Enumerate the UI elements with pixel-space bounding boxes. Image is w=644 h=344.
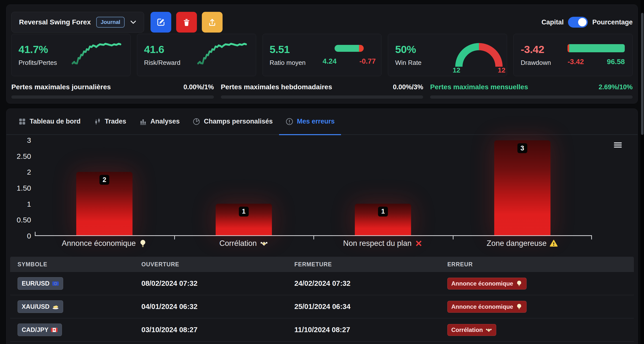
tab-tableau-de-bord[interactable]: Tableau de bord: [12, 109, 87, 135]
header-row: Reversal Swing Forex Journal: [11, 11, 633, 33]
ratio-loss-segment: [359, 45, 364, 52]
bar-correlation[interactable]: 1: [216, 204, 272, 235]
ratio-loss-value: -0.77: [359, 57, 376, 65]
journal-title: Reversal Swing Forex: [19, 18, 91, 26]
edit-journal-button[interactable]: [150, 12, 171, 32]
daily-loss-limit: Pertes maximales journalières 0.00%/1%: [11, 83, 214, 99]
risk-reward-sparkline: [197, 40, 248, 70]
drawdown-remaining-segment: [569, 44, 625, 52]
ratio-win-value: 4.24: [323, 57, 336, 65]
error-badge: Corrélation: [447, 324, 496, 336]
edit-icon: [156, 17, 166, 27]
category-annonce-economique: Annonce économique: [35, 239, 174, 248]
chevron-down-icon: [130, 20, 136, 24]
grid-icon: [18, 118, 26, 125]
ratio-win-segment: [334, 45, 359, 52]
error-badge: Annonce économique: [447, 278, 526, 290]
win-rate-gauge: 12 12: [448, 38, 507, 72]
export-journal-button[interactable]: [202, 12, 222, 32]
risk-reward-value: 41.6: [144, 43, 197, 55]
chart-y-axis: 3 2.50 2 1.50 1 0.50 0: [11, 140, 31, 236]
canada-flag-emoji: [51, 327, 58, 334]
chart-x-axis: Annonce économique Corrélation Non respe…: [35, 239, 592, 248]
warning-emoji: [550, 239, 558, 248]
loss-limits-row: Pertes maximales journalières 0.00%/1% P…: [11, 83, 633, 99]
kpi-card-profits: 41.7% Profits/Pertes: [11, 34, 130, 76]
ratio-split-bar: [334, 45, 364, 52]
drawdown-value: -3.42: [521, 43, 568, 55]
table-row[interactable]: CAD/JPY 03/10/2024 08:27 11/10/2024 08:2…: [10, 318, 634, 342]
chart-menu-icon[interactable]: [614, 141, 622, 149]
switch-knob: [578, 18, 586, 26]
weekly-loss-value: 0.00%/3%: [393, 83, 423, 91]
kpi-card-drawdown: -3.42 Drawdown -3.42 96.58: [514, 34, 633, 76]
close-datetime: 24/02/2024 07:32: [287, 279, 440, 288]
symbol-badge: EUR/USD: [18, 277, 63, 290]
profits-sparkline: [72, 40, 122, 70]
weekly-loss-progress: [221, 95, 424, 99]
kpi-card-risk-reward: 41.6 Risk/Reward: [137, 34, 256, 76]
journal-selector[interactable]: Reversal Swing Forex Journal: [11, 12, 144, 32]
category-non-respect-du-plan: Non respect du plan: [313, 239, 453, 248]
bar-annonce-economique[interactable]: 2: [76, 172, 132, 235]
tab-analyses[interactable]: Analyses: [133, 109, 186, 135]
symbol-badge: XAU/USD: [18, 300, 63, 313]
scrollbar-thumb[interactable]: [641, 13, 644, 135]
weekly-loss-label: Pertes maximales hebdomadaires: [221, 83, 332, 91]
monthly-loss-progress: [430, 95, 633, 99]
col-symbole: SYMBOLE: [10, 261, 134, 268]
daily-loss-value: 0.00%/1%: [184, 83, 214, 91]
tab-champs-personalises[interactable]: Champs personalisés: [186, 109, 279, 135]
kpi-row: 41.7% Profits/Pertes 41.6 Risk/Reward: [11, 34, 633, 76]
toggle-label-capital: Capital: [541, 18, 564, 26]
profits-value: 41.7%: [18, 43, 72, 55]
bar-zone-dangereuse[interactable]: 3: [494, 140, 550, 235]
table-row[interactable]: EUR/USD 08/02/2024 07:32 24/02/2024 07:3…: [10, 272, 634, 295]
summary-panel: Reversal Swing Forex Journal: [6, 4, 638, 104]
ratio-value: 5.51: [270, 43, 323, 55]
lightbulb-emoji: [139, 239, 147, 248]
capital-percentage-switch[interactable]: [568, 17, 588, 28]
capital-percentage-toggle-group: Capital Pourcentage: [541, 17, 633, 28]
table-row[interactable]: XAU/USD 04/01/2024 06:32 25/01/2024 06:3…: [10, 295, 634, 318]
details-panel: Tableau de bord Trades Analyses Champs p…: [6, 108, 638, 344]
lightbulb-emoji: [516, 303, 522, 310]
cross-mark-emoji: [414, 239, 423, 248]
win-rate-label: Win Rate: [395, 59, 448, 67]
table-header-row: SYMBOLE OUVERTURE FERMETURE ERREUR: [10, 257, 634, 272]
monthly-loss-value: 2.69%/10%: [598, 83, 633, 91]
profits-label: Profits/Pertes: [18, 59, 72, 67]
tab-trades[interactable]: Trades: [87, 109, 133, 135]
errors-table: SYMBOLE OUVERTURE FERMETURE ERREUR EUR/U…: [10, 257, 634, 342]
drawdown-split-bar: [568, 44, 625, 52]
trash-icon: [182, 18, 191, 27]
trading-journal-dashboard: Reversal Swing Forex Journal: [0, 0, 644, 344]
bar-non-respect-du-plan[interactable]: 1: [355, 204, 411, 235]
page-scrollbar[interactable]: [640, 0, 644, 344]
tabs-bar: Tableau de bord Trades Analyses Champs p…: [6, 109, 638, 135]
open-datetime: 03/10/2024 08:27: [134, 326, 287, 334]
col-fermeture: FERMETURE: [287, 261, 440, 268]
loss-count: 12: [498, 66, 505, 74]
axis-tick: [35, 232, 36, 235]
lightbulb-emoji: [516, 280, 522, 287]
col-ouverture: OUVERTURE: [134, 261, 287, 268]
monthly-loss-label: Pertes maximales mensuelles: [430, 83, 528, 91]
col-erreur: ERREUR: [440, 261, 634, 268]
delete-journal-button[interactable]: [176, 12, 197, 32]
close-datetime: 11/10/2024 08:27: [287, 326, 440, 334]
drawdown-loss-segment: [568, 44, 569, 52]
category-correlation: Corrélation: [174, 239, 314, 248]
daily-loss-progress: [11, 95, 214, 99]
ratio-label: Ratio moyen: [270, 59, 323, 67]
candlestick-icon: [94, 118, 102, 125]
alert-circle-icon: [286, 118, 294, 125]
open-datetime: 04/01/2024 06:32: [134, 303, 287, 311]
kpi-card-win-rate: 50% Win Rate 12 12: [388, 34, 507, 76]
daily-loss-label: Pertes maximales journalières: [11, 83, 111, 91]
win-rate-value: 50%: [395, 43, 448, 55]
money-wings-emoji: [485, 327, 492, 334]
tab-mes-erreurs[interactable]: Mes erreurs: [279, 109, 341, 135]
bar-value-label: 1: [378, 207, 388, 217]
close-datetime: 25/01/2024 06:34: [287, 303, 440, 311]
